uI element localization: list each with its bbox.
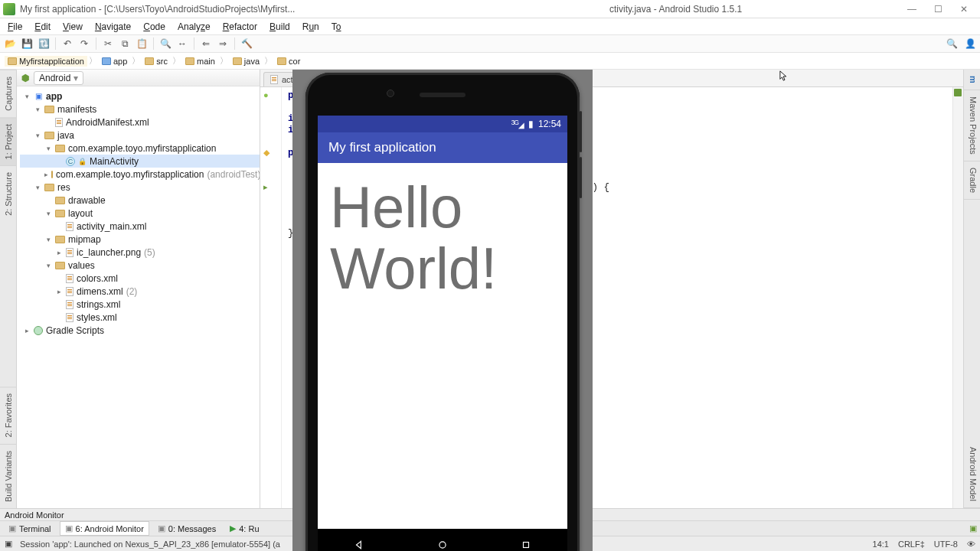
expand-icon[interactable]: ▾ [34, 132, 41, 139]
menubar[interactable]: FileEditViewNavigateCodeAnalyzeRefactorB… [0, 18, 980, 34]
tree-node[interactable]: ▾layout [20, 207, 260, 220]
view-selector[interactable]: Android▾ [34, 71, 83, 85]
rail-maven[interactable]: Maven Projects [964, 90, 980, 161]
rail-build-variants[interactable]: Build Variants [0, 444, 16, 508]
rail-android-model[interactable]: Android Model [964, 441, 980, 508]
menu-file[interactable]: File [3, 20, 27, 34]
menu-view[interactable]: View [58, 20, 87, 34]
tree-node[interactable]: ▾▣app [20, 90, 260, 103]
menu-to[interactable]: To [327, 20, 346, 34]
bottom-tab[interactable]: ▣0: Messages [152, 521, 221, 536]
tree-node[interactable]: ▸ic_launcher.png (5) [20, 246, 260, 259]
bottom-tab[interactable]: ▣Terminal [3, 521, 57, 536]
tree-node[interactable]: ▾mipmap [20, 233, 260, 246]
bottom-tab[interactable]: ▶4: Ru [224, 521, 264, 536]
tree-node[interactable]: ▾values [20, 259, 260, 272]
rail-structure[interactable]: 2: Structure [0, 165, 16, 222]
tree-node[interactable]: ▾com.example.toyo.myfirstapplication [20, 142, 260, 155]
editor-gutter[interactable]: ● ◆ ▸ [260, 87, 282, 508]
rail-captures[interactable]: Captures [0, 70, 16, 117]
right-tool-rails[interactable]: m Maven Projects Gradle Android Model [963, 70, 980, 508]
tree-node[interactable]: AndroidManifest.xml [20, 116, 260, 129]
menu-build[interactable]: Build [265, 20, 295, 34]
error-stripe[interactable] [952, 87, 963, 508]
expand-icon[interactable]: ▾ [44, 236, 52, 243]
caret-position[interactable]: 14:1 [873, 540, 889, 549]
tree-node[interactable]: strings.xml [20, 298, 260, 311]
forward-icon[interactable]: ⇒ [216, 37, 230, 51]
expand-icon[interactable]: ▸ [55, 288, 63, 295]
tree-node[interactable]: ▾manifests [20, 103, 260, 116]
tree-node[interactable]: ▾res [20, 181, 260, 194]
menu-edit[interactable]: Edit [30, 20, 55, 34]
expand-icon[interactable]: ▾ [44, 262, 52, 269]
menu-run[interactable]: Run [298, 20, 324, 34]
nav-home[interactable] [433, 535, 452, 551]
tree-node[interactable]: activity_main.xml [20, 220, 260, 233]
android-navbar[interactable] [318, 529, 567, 551]
tree-node[interactable]: drawable [20, 194, 260, 207]
emulator-window[interactable]: 3G◢ ▮ 12:54 My first application Hello W… [292, 70, 593, 551]
menu-navigate[interactable]: Navigate [90, 20, 136, 34]
expand-icon[interactable]: ▾ [34, 106, 41, 113]
cut-icon[interactable]: ✂ [101, 37, 115, 51]
expand-icon[interactable]: ▸ [55, 249, 63, 256]
maximize-button[interactable]: ☐ [925, 4, 951, 15]
breadcrumb[interactable]: Myfirstapplication〉app〉src〉main〉java〉cor [0, 53, 980, 70]
tree-node[interactable]: ▸com.example.toyo.myfirstapplication (an… [20, 168, 260, 181]
line-separator[interactable]: CRLF‡ [898, 540, 925, 549]
minimize-button[interactable]: — [899, 4, 925, 15]
close-button[interactable]: ✕ [951, 4, 977, 15]
device-screen[interactable]: 3G◢ ▮ 12:54 My first application Hello W… [318, 116, 567, 529]
project-tree[interactable]: ▾▣app▾manifestsAndroidManifest.xml▾java▾… [17, 86, 260, 508]
expand-icon[interactable]: ▾ [23, 93, 31, 100]
sync-icon[interactable]: 🔃 [37, 37, 51, 51]
nav-recent[interactable] [516, 535, 536, 551]
back-icon[interactable]: ⇐ [199, 37, 213, 51]
rail-project[interactable]: 1: Project [0, 117, 16, 165]
bottom-tab[interactable]: ▣6: Android Monitor [60, 521, 149, 536]
expand-icon[interactable]: ▾ [34, 184, 41, 191]
menu-code[interactable]: Code [139, 20, 170, 34]
search-everywhere-icon[interactable]: 🔍 [945, 37, 959, 51]
breadcrumb-item[interactable]: main [182, 56, 218, 67]
tree-node[interactable]: C🔒MainActivity [20, 155, 260, 168]
breadcrumb-item[interactable]: java [230, 56, 263, 67]
tree-node[interactable]: ▸Gradle Scripts [20, 324, 260, 337]
inspector-icon[interactable]: 👁 [967, 540, 975, 549]
paste-icon[interactable]: 📋 [135, 37, 149, 51]
project-header[interactable]: ⬢ Android▾ [17, 70, 260, 86]
nav-back[interactable] [349, 535, 369, 551]
menu-refactor[interactable]: Refactor [218, 20, 262, 34]
expand-icon[interactable]: ▾ [44, 210, 52, 217]
toolbar[interactable]: 📂 💾 🔃 ↶ ↷ ✂ ⧉ 📋 🔍 ↔ ⇐ ⇒ 🔨 🔍 👤 [0, 34, 980, 53]
profile-icon[interactable]: 👤 [963, 37, 977, 51]
breadcrumb-item[interactable]: src [142, 56, 171, 67]
breadcrumb-item[interactable]: app [99, 56, 130, 67]
make-icon[interactable]: 🔨 [240, 37, 253, 51]
breadcrumb-item[interactable]: Myfirstapplication [5, 56, 87, 67]
tree-node[interactable]: styles.xml [20, 311, 260, 324]
left-tool-rails[interactable]: Captures 1: Project 2: Structure 2: Favo… [0, 70, 17, 508]
find-icon[interactable]: 🔍 [158, 37, 172, 51]
rail-favorites[interactable]: 2: Favorites [0, 386, 16, 443]
save-icon[interactable]: 💾 [20, 37, 34, 51]
breadcrumb-item[interactable]: cor [274, 56, 303, 67]
tree-node[interactable]: ▾java [20, 129, 260, 142]
menu-analyze[interactable]: Analyze [173, 20, 215, 34]
xml-icon [66, 248, 74, 257]
tree-node[interactable]: ▸dimens.xml (2) [20, 285, 260, 298]
implements-gutter-icon: ▸ [263, 182, 268, 192]
event-log-icon[interactable]: ▣ [969, 523, 977, 533]
rail-gradle[interactable]: Gradle [964, 161, 980, 200]
open-icon[interactable]: 📂 [3, 37, 17, 51]
replace-icon[interactable]: ↔ [175, 37, 189, 51]
file-encoding[interactable]: UTF-8 [934, 540, 958, 549]
expand-icon[interactable]: ▸ [44, 171, 48, 178]
undo-icon[interactable]: ↶ [60, 37, 74, 51]
copy-icon[interactable]: ⧉ [118, 37, 132, 51]
redo-icon[interactable]: ↷ [77, 37, 91, 51]
expand-icon[interactable]: ▸ [23, 327, 31, 334]
tree-node[interactable]: colors.xml [20, 272, 260, 285]
expand-icon[interactable]: ▾ [44, 145, 52, 152]
